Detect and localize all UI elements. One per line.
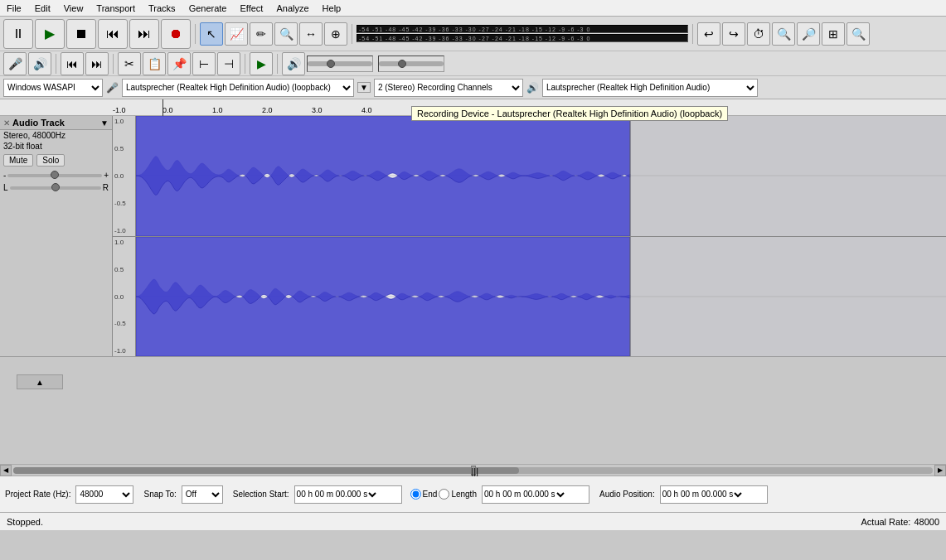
cut-button[interactable]: ✂ xyxy=(118,52,141,75)
paste-button[interactable]: 📌 xyxy=(167,52,191,75)
stop-button[interactable]: ⏹ xyxy=(66,19,96,49)
prev-button[interactable]: ⏮ xyxy=(98,19,128,49)
audio-pos-unit[interactable]: s xyxy=(733,490,745,500)
length-label: Length xyxy=(451,490,477,499)
snap-left-button[interactable]: ⏮ xyxy=(61,52,84,75)
ruler-tick-4: 4.0 xyxy=(361,106,372,114)
pause-button[interactable]: ⏸ xyxy=(3,19,33,49)
trim-button[interactable]: ⏱ xyxy=(747,22,770,46)
scrollbar-thumb[interactable] xyxy=(13,467,519,474)
fit-button[interactable]: ⊞ xyxy=(822,22,845,46)
menu-edit[interactable]: Edit xyxy=(28,2,57,15)
selection-start-label: Selection Start: xyxy=(233,490,289,499)
end-radio[interactable] xyxy=(410,489,421,500)
play-button[interactable]: ▶ xyxy=(35,19,65,49)
channels-select-wrapper[interactable]: ▼ xyxy=(357,82,371,93)
snap-select[interactable]: Off xyxy=(182,485,223,504)
project-rate-select[interactable]: 48000 xyxy=(75,485,133,504)
ruler-tick-5: 5.0 xyxy=(411,106,422,114)
track-name-label: Audio Track xyxy=(12,118,98,128)
waveform-svg-bottom xyxy=(136,237,946,356)
menu-transport[interactable]: Transport xyxy=(90,2,142,15)
input-device-select[interactable]: Lautsprecher (Realtek High Definition Au… xyxy=(122,79,354,97)
playback-volume-slider[interactable] xyxy=(307,56,373,72)
next-button[interactable]: ⏭ xyxy=(129,19,159,49)
envelope-tool[interactable]: 📈 xyxy=(225,22,248,46)
redo-button[interactable]: ↪ xyxy=(722,22,745,46)
ruler-tick-11: 11.0 xyxy=(710,106,725,114)
scroll-left-arrow[interactable]: ◀ xyxy=(0,465,12,476)
zoom-sel-button[interactable]: 🔍 xyxy=(847,22,870,46)
speaker-button[interactable]: 🔊 xyxy=(28,52,51,75)
menu-analyze[interactable]: Analyze xyxy=(269,2,315,15)
track-close-button[interactable]: ✕ xyxy=(3,118,10,128)
menu-effect[interactable]: Effect xyxy=(234,2,270,15)
mute-button[interactable]: Mute xyxy=(3,154,33,167)
track-menu-arrow[interactable]: ▼ xyxy=(100,118,109,128)
collapse-button[interactable]: ▲ xyxy=(17,374,63,389)
solo-button[interactable]: Solo xyxy=(36,154,65,167)
waveform-canvas-bottom[interactable] xyxy=(136,237,946,356)
output-device-select[interactable]: Lautsprecher (Realtek High Definition Au… xyxy=(542,79,758,97)
waveform-display[interactable]: 1.0 0.5 0.0 -0.5 -1.0 xyxy=(113,116,946,356)
scroll-right-arrow[interactable]: ▶ xyxy=(934,465,946,476)
snap-label: Snap To: xyxy=(143,490,176,499)
menu-generate[interactable]: Generate xyxy=(182,2,234,15)
mic-button[interactable]: 🎤 xyxy=(3,52,27,75)
end-value-input[interactable]: 00 h 00 m 00.000 s s xyxy=(482,485,589,504)
timeshift-tool[interactable]: ↔ xyxy=(299,22,323,46)
length-radio[interactable] xyxy=(439,489,449,500)
scrollbar-grip[interactable]: ||| xyxy=(471,466,476,476)
sep7 xyxy=(277,54,278,74)
gain-slider[interactable] xyxy=(7,174,102,177)
project-rate-label: Project Rate (Hz): xyxy=(5,490,70,499)
svg-rect-1 xyxy=(630,116,946,236)
pan-thumb[interactable] xyxy=(51,183,60,191)
amplitude-ruler-top: 1.0 0.5 0.0 -0.5 -1.0 xyxy=(113,116,136,236)
menu-view[interactable]: View xyxy=(57,2,90,15)
record-volume-slider[interactable] xyxy=(378,56,444,72)
channels-select[interactable]: 2 (Stereo) Recording Channels xyxy=(374,79,523,97)
pan-row: L R xyxy=(0,181,112,194)
ruler-tick-n1: -1.0 xyxy=(113,106,126,114)
undo-button[interactable]: ↩ xyxy=(697,22,720,46)
snap-right-button[interactable]: ⏭ xyxy=(85,52,109,75)
menu-help[interactable]: Help xyxy=(316,2,348,15)
ruler-tick-10: 10.0 xyxy=(660,106,675,114)
actual-rate-value: 48000 xyxy=(914,517,939,527)
pan-slider[interactable] xyxy=(10,186,101,190)
output-icon: 🔊 xyxy=(526,82,539,94)
selection-start-input[interactable]: 00 h 00 m 00.000 s s xyxy=(294,485,402,504)
waveform-canvas-top[interactable] xyxy=(136,116,946,236)
horizontal-scrollbar[interactable]: ◀ ||| ▶ xyxy=(0,464,946,476)
separator2 xyxy=(352,24,352,44)
status-text: Stopped. xyxy=(7,517,861,527)
audio-position-input[interactable]: 00 h 00 m 00.000 s s xyxy=(660,485,768,504)
gain-thumb[interactable] xyxy=(51,171,59,179)
waveform-top: 1.0 0.5 0.0 -0.5 -1.0 xyxy=(113,116,946,236)
play2-button[interactable]: ▶ xyxy=(250,52,273,75)
scrollbar-track[interactable]: ||| xyxy=(13,467,933,474)
menu-file[interactable]: File xyxy=(0,2,28,15)
end-unit[interactable]: s xyxy=(555,490,567,500)
end-length-radio: End Length xyxy=(410,489,477,500)
copy-button[interactable]: 📋 xyxy=(143,52,166,75)
gain-minus: - xyxy=(3,171,6,180)
actual-rate-label: Actual Rate: xyxy=(861,517,910,527)
trim-audio-button[interactable]: ⊢ xyxy=(192,52,216,75)
playhead-cursor xyxy=(163,99,163,116)
volume-button[interactable]: 🔊 xyxy=(282,52,305,75)
track-info-line1: Stereo, 48000Hz xyxy=(0,130,112,141)
select-tool[interactable]: ↖ xyxy=(200,22,223,46)
multitool[interactable]: ⊕ xyxy=(324,22,347,46)
zoom-in-button[interactable]: 🔍 xyxy=(772,22,795,46)
host-select[interactable]: Windows WASAPI xyxy=(3,79,103,97)
zoom-tool[interactable]: 🔍 xyxy=(274,22,298,46)
menu-tracks[interactable]: Tracks xyxy=(142,2,182,15)
selection-start-unit[interactable]: s xyxy=(367,490,379,500)
audio-position-label: Audio Position: xyxy=(599,490,655,499)
draw-tool[interactable]: ✏ xyxy=(250,22,273,46)
record-button[interactable]: ⏺ xyxy=(161,19,191,49)
zoom-out-button[interactable]: 🔎 xyxy=(797,22,820,46)
silence-button[interactable]: ⊣ xyxy=(217,52,240,75)
